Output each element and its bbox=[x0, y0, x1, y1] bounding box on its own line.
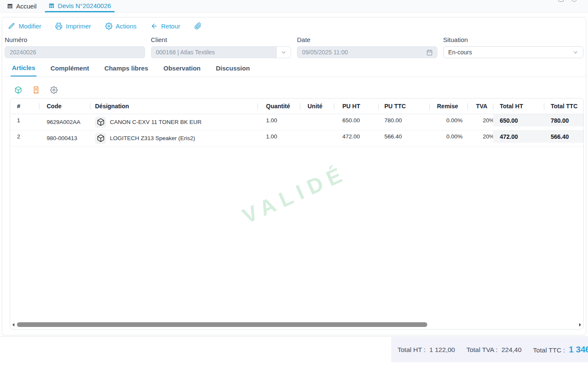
cell-total_ttc: 566.40 bbox=[544, 130, 583, 146]
date-value: 09/05/2025 11:00 bbox=[297, 49, 426, 56]
table-row[interactable]: 19629A002AACANON C-EXV 11 TONER BK EUR1.… bbox=[10, 114, 583, 130]
cell-total_ht: 472.00 bbox=[493, 130, 544, 146]
button-label: Modifier bbox=[19, 23, 41, 30]
totals-box: Total HT : 1 122,00 Total TVA : 224,40 T… bbox=[391, 337, 588, 362]
tab-discussion[interactable]: Discussion bbox=[215, 59, 251, 76]
situation-select[interactable]: En-cours bbox=[443, 46, 584, 58]
column-header-code: Code bbox=[39, 99, 90, 114]
client-select: 000168 | Atlas Textiles bbox=[151, 46, 291, 58]
column-header-designation: Désignation bbox=[90, 99, 258, 114]
cell-designation: LOGITECH Z313 Speaker (Eris2) bbox=[90, 130, 258, 146]
articles-mini-toolbar bbox=[14, 86, 58, 94]
window-tab-bar: Accueil Devis N°20240026 bbox=[0, 0, 588, 13]
client-value: 000168 | Atlas Textiles bbox=[151, 49, 277, 56]
scroll-right-button[interactable] bbox=[578, 322, 582, 327]
cell-remise: 0.00% bbox=[429, 114, 468, 130]
print-button[interactable]: Imprimer bbox=[55, 23, 91, 30]
tab-label: Accueil bbox=[16, 3, 36, 10]
column-header-pu_ttc: PU TTC bbox=[378, 99, 429, 114]
tab-observation[interactable]: Observation bbox=[162, 59, 202, 76]
cell-pu_ttc: 780.00 bbox=[378, 114, 429, 130]
cell-tva: 20% bbox=[468, 130, 493, 146]
tab-accueil[interactable]: Accueil bbox=[3, 0, 40, 12]
app-icon-partial[interactable] bbox=[558, 0, 564, 2]
chevron-down-icon bbox=[572, 49, 579, 56]
paperclip-icon bbox=[194, 23, 202, 30]
cell-quantite: 1.00 bbox=[258, 114, 300, 130]
package-icon bbox=[95, 133, 106, 144]
table-body: 19629A002AACANON C-EXV 11 TONER BK EUR1.… bbox=[10, 114, 583, 146]
receipt-button[interactable] bbox=[32, 86, 40, 94]
client-dropdown-button[interactable] bbox=[276, 47, 291, 58]
package-icon bbox=[14, 86, 22, 94]
header-form: Numéro 20240026 Client 000168 | Atlas Te… bbox=[5, 36, 583, 58]
column-header-pu_ht: PU HT bbox=[334, 99, 378, 114]
column-header-remise: Remise bbox=[429, 99, 468, 114]
table-settings-button[interactable] bbox=[50, 86, 58, 94]
scroll-left-button[interactable] bbox=[11, 322, 16, 327]
grid-icon bbox=[7, 3, 13, 9]
total-ttc-label: Total TTC : bbox=[533, 346, 565, 354]
cell-quantite: 1.00 bbox=[258, 130, 300, 146]
cell-pu_ht: 472.00 bbox=[334, 130, 378, 146]
horizontal-scrollbar[interactable] bbox=[11, 321, 582, 328]
product-name: LOGITECH Z313 Speaker (Eris2) bbox=[110, 135, 195, 141]
total-ht-value: 1 122,00 bbox=[429, 346, 455, 354]
scrollbar-track[interactable] bbox=[16, 322, 578, 327]
cell-total_ht: 650.00 bbox=[493, 114, 544, 130]
field-client: Client 000168 | Atlas Textiles bbox=[151, 36, 291, 58]
gear-icon bbox=[105, 23, 112, 30]
tab-label: Devis N°20240026 bbox=[58, 2, 111, 9]
calendar-icon bbox=[426, 49, 433, 56]
cell-num: 1 bbox=[10, 114, 39, 130]
button-label: Actions bbox=[116, 23, 137, 30]
printer-icon bbox=[55, 23, 62, 30]
numero-value: 20240026 bbox=[5, 49, 145, 56]
button-label: Retour bbox=[161, 23, 180, 30]
devis-card: Modifier Imprimer Actions Retour Numéro bbox=[2, 17, 586, 335]
cell-unite bbox=[300, 114, 334, 130]
app-screen: Accueil Devis N°20240026 Modifier Imprim… bbox=[0, 0, 588, 366]
cell-pu_ht: 650.00 bbox=[334, 114, 378, 130]
actions-button[interactable]: Actions bbox=[105, 23, 137, 30]
column-header-num: # bbox=[10, 99, 39, 114]
pencil-icon bbox=[8, 23, 15, 30]
numero-label: Numéro bbox=[5, 36, 145, 43]
tab-champs-libres[interactable]: Champs libres bbox=[103, 59, 149, 76]
cell-unite bbox=[300, 130, 334, 146]
column-header-unite: Unité bbox=[300, 99, 334, 114]
date-input: 09/05/2025 11:00 bbox=[297, 46, 437, 58]
scrollbar-thumb[interactable] bbox=[17, 322, 427, 327]
table-header-row: #CodeDésignationQuantitéUnitéPU HTPU TTC… bbox=[10, 99, 583, 114]
action-toolbar: Modifier Imprimer Actions Retour bbox=[2, 17, 586, 34]
column-header-total_ht: Total HT bbox=[493, 99, 544, 114]
situation-value: En-cours bbox=[444, 49, 573, 56]
cell-code: 9629A002AA bbox=[39, 114, 90, 130]
cell-code: 980-000413 bbox=[39, 130, 90, 146]
total-ht: Total HT : 1 122,00 bbox=[398, 346, 455, 354]
gear-icon bbox=[50, 86, 58, 94]
tab-articles[interactable]: Articles bbox=[11, 59, 36, 76]
header-icons-partial bbox=[558, 0, 577, 2]
situation-label: Situation bbox=[443, 36, 584, 43]
total-tva-value: 224,40 bbox=[501, 346, 521, 354]
client-label: Client bbox=[151, 36, 291, 43]
package-icon bbox=[95, 117, 106, 128]
add-article-button[interactable] bbox=[14, 86, 22, 94]
section-tab-bar: Articles Complément Champs libres Observ… bbox=[2, 59, 586, 77]
back-button[interactable]: Retour bbox=[151, 23, 180, 30]
cell-total_ttc: 780.00 bbox=[544, 114, 583, 130]
table-row[interactable]: 2980-000413LOGITECH Z313 Speaker (Eris2)… bbox=[10, 130, 583, 146]
attachment-button[interactable] bbox=[194, 23, 202, 30]
articles-table: #CodeDésignationQuantitéUnitéPU HTPU TTC… bbox=[10, 98, 584, 329]
tab-complement[interactable]: Complément bbox=[49, 59, 90, 76]
modify-button[interactable]: Modifier bbox=[8, 23, 41, 30]
column-header-tva: TVA bbox=[468, 99, 493, 114]
receipt-icon bbox=[32, 86, 40, 94]
total-ttc: Total TTC : 1 346,40 bbox=[533, 345, 588, 355]
tab-devis[interactable]: Devis N°20240026 bbox=[45, 0, 114, 12]
numero-input: 20240026 bbox=[5, 46, 145, 58]
user-icon-partial[interactable] bbox=[571, 0, 577, 2]
total-ht-label: Total HT : bbox=[398, 346, 426, 354]
arrow-left-icon bbox=[151, 23, 158, 30]
